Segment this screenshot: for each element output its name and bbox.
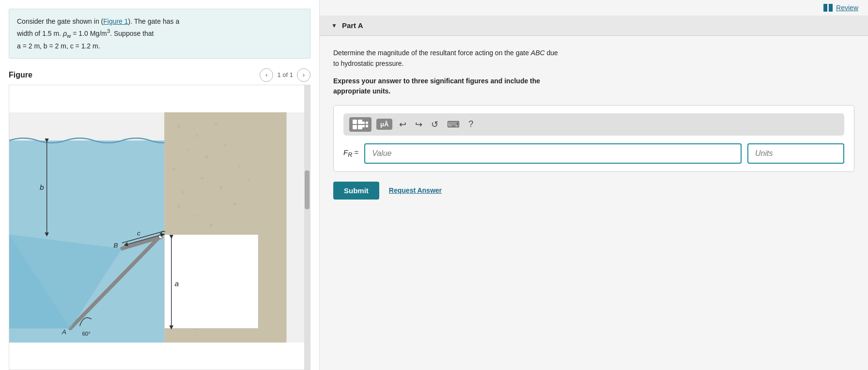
svg-point-16 (196, 215, 198, 216)
action-row: Submit Request Answer (333, 182, 854, 200)
svg-point-14 (248, 179, 250, 181)
problem-text-3: width of 1.5 m. (17, 30, 61, 37)
part-header: ▼ Part A (320, 15, 868, 36)
refresh-button[interactable]: ↺ (429, 118, 440, 131)
svg-point-19 (210, 224, 213, 227)
answer-box: μÅ ↩ ↪ ↺ ⌨ ? FR = (333, 105, 854, 172)
svg-point-10 (239, 165, 241, 167)
request-answer-link[interactable]: Request Answer (389, 186, 442, 194)
help-button[interactable]: ? (466, 118, 475, 130)
scrollbar[interactable] (304, 85, 310, 370)
svg-point-13 (219, 186, 222, 189)
svg-point-17 (233, 202, 236, 205)
review-label: Review (836, 4, 858, 12)
figure1-link[interactable]: Figure 1 (103, 17, 128, 25)
question-abc: ABC (531, 49, 545, 57)
submit-button[interactable]: Submit (333, 182, 379, 200)
svg-rect-57 (366, 122, 368, 124)
svg-rect-54 (353, 125, 357, 129)
top-bar: Review (320, 0, 868, 15)
matrix-tool-group[interactable] (349, 117, 372, 132)
figure-title: Figure (9, 71, 32, 79)
figure-svg: b c a 60° B C A (9, 85, 310, 370)
mu-button[interactable]: μÅ (376, 119, 392, 130)
svg-point-6 (187, 149, 189, 151)
right-panel: Review ▼ Part A Determine the magnitude … (320, 0, 868, 370)
svg-point-7 (205, 155, 208, 158)
rho-symbol: ρw = 1.0 Mg/m3. Suppose that (63, 30, 154, 37)
svg-point-12 (182, 191, 185, 193)
matrix-icon-small (362, 121, 369, 128)
svg-text:a: a (175, 279, 179, 288)
svg-point-5 (215, 123, 217, 125)
units-input[interactable] (747, 143, 844, 164)
problem-text-1: Consider the gate shown in ( (17, 17, 103, 25)
svg-point-3 (177, 125, 180, 128)
express-text: Express your answer to three significant… (333, 76, 854, 96)
svg-text:A: A (62, 328, 66, 336)
redo-button[interactable]: ↪ (413, 118, 424, 131)
keyboard-button[interactable]: ⌨ (445, 118, 462, 131)
svg-point-11 (201, 177, 203, 180)
part-title: Part A (342, 21, 363, 30)
svg-rect-56 (362, 122, 365, 124)
next-figure-button[interactable]: › (297, 68, 310, 82)
question-line3: to hydrostatic pressure. (333, 60, 404, 67)
svg-text:60°: 60° (82, 330, 91, 337)
question-line2: due (545, 49, 558, 57)
prev-figure-button[interactable]: ‹ (260, 68, 273, 82)
review-link[interactable]: Review (823, 4, 858, 12)
review-icon (823, 4, 833, 12)
svg-rect-50 (823, 4, 827, 12)
svg-rect-58 (362, 125, 365, 127)
svg-text:B: B (113, 242, 118, 249)
svg-point-4 (196, 135, 199, 137)
abc-values: a = 2 m, b = 2 m, c = 1.2 m. (17, 42, 100, 50)
undo-button[interactable]: ↩ (397, 118, 408, 131)
question-text: Determine the magnitude of the resultant… (333, 47, 854, 69)
part-content: Determine the magnitude of the resultant… (320, 36, 868, 370)
svg-point-9 (172, 167, 175, 170)
svg-point-15 (177, 205, 180, 208)
left-panel: Consider the gate shown in (Figure 1). T… (0, 0, 320, 370)
input-row: FR = (343, 143, 844, 164)
figure-page: 1 of 1 (277, 71, 293, 78)
value-input[interactable] (364, 143, 742, 164)
svg-text:b: b (40, 183, 44, 191)
figure-header: Figure ‹ 1 of 1 › (0, 63, 319, 85)
input-label: FR = (343, 148, 358, 158)
matrix-icon (352, 119, 363, 130)
svg-text:c: c (137, 230, 140, 237)
scrollbar-thumb[interactable] (305, 170, 310, 209)
toolbar: μÅ ↩ ↪ ↺ ⌨ ? (343, 113, 844, 136)
figure-nav: ‹ 1 of 1 › (260, 68, 310, 82)
problem-text-2: ). The gate has a (128, 17, 180, 25)
svg-rect-59 (366, 125, 368, 127)
question-line1: Determine the magnitude of the resultant… (333, 49, 531, 57)
problem-statement: Consider the gate shown in (Figure 1). T… (9, 9, 310, 59)
svg-rect-52 (353, 120, 357, 124)
svg-rect-51 (829, 4, 833, 12)
part-arrow-icon[interactable]: ▼ (331, 22, 337, 29)
figure-container: b c a 60° B C A (9, 85, 310, 370)
svg-point-8 (224, 144, 227, 146)
